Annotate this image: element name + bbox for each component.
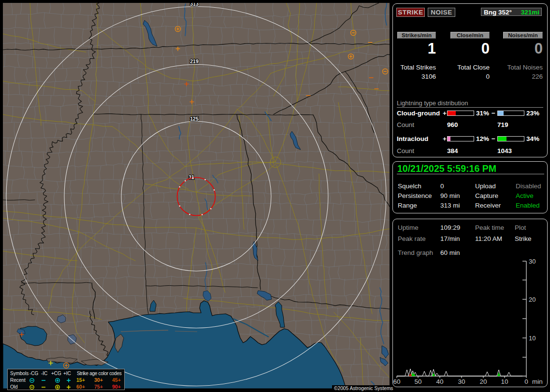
svg-text:40: 40 (436, 378, 443, 385)
svg-text:30: 30 (529, 258, 536, 265)
svg-text:50: 50 (414, 378, 421, 385)
svg-text:20: 20 (479, 378, 487, 385)
svg-text:min: min (532, 378, 543, 385)
svg-text:60: 60 (393, 378, 400, 385)
svg-text:219: 219 (190, 58, 199, 64)
svg-text:20: 20 (529, 296, 536, 303)
svg-text:10: 10 (529, 335, 536, 342)
svg-text:31: 31 (188, 174, 194, 180)
svg-text:10: 10 (501, 378, 508, 385)
svg-text:0: 0 (524, 378, 528, 385)
svg-text:125: 125 (190, 116, 199, 122)
svg-text:313: 313 (190, 3, 199, 7)
svg-text:30: 30 (458, 378, 465, 385)
